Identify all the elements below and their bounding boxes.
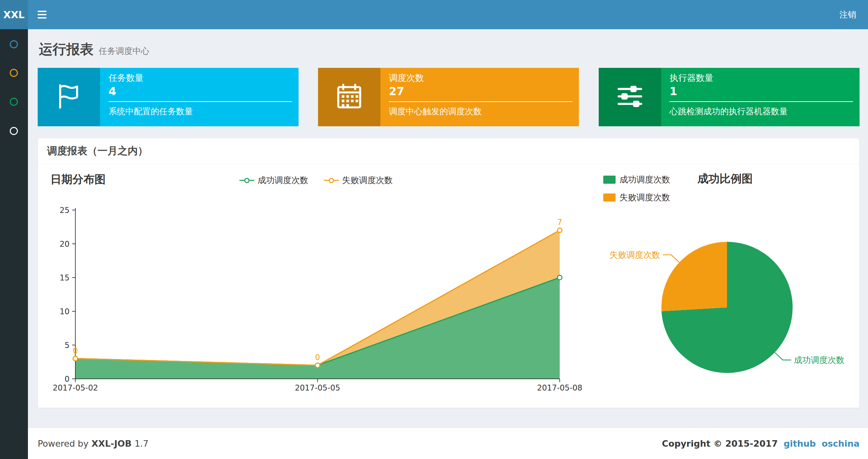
page-subtitle: 任务调度中心 xyxy=(99,45,149,57)
line-marker-icon xyxy=(240,177,254,184)
svg-text:5: 5 xyxy=(65,341,69,350)
calendar-icon xyxy=(334,81,364,112)
circle-icon xyxy=(10,40,18,48)
separator xyxy=(670,101,853,102)
github-link[interactable]: github xyxy=(783,438,816,449)
legend-item-fail[interactable]: 失败调度次数 xyxy=(324,175,393,186)
top-navbar: XXL 注销 xyxy=(0,0,868,29)
powered-by-text: Powered by xyxy=(38,438,89,449)
svg-text:0: 0 xyxy=(73,347,78,356)
hamburger-icon xyxy=(38,11,46,12)
svg-text:2017-05-05: 2017-05-05 xyxy=(295,383,340,392)
separator xyxy=(389,101,572,102)
report-panel: 调度报表（一月之内） 日期分布图 成功调度次数 失败调度次数 051015202… xyxy=(38,138,860,408)
footer: Powered by XXL-JOB 1.7 Copyright © 2015-… xyxy=(28,427,868,459)
circle-icon xyxy=(10,98,18,106)
legend-item-success[interactable]: 成功调度次数 xyxy=(240,175,308,186)
product-version: 1.7 xyxy=(134,438,149,449)
area-chart-title: 日期分布图 xyxy=(50,172,105,187)
app-logo[interactable]: XXL xyxy=(0,0,28,29)
info-box-value: 1 xyxy=(670,85,853,98)
product-name: XXL-JOB xyxy=(92,438,132,449)
logout-link[interactable]: 注销 xyxy=(828,0,868,29)
info-box-description: 调度中心触发的调度次数 xyxy=(389,106,572,117)
svg-text:0: 0 xyxy=(65,374,69,384)
svg-text:25: 25 xyxy=(59,206,69,215)
page-header: 运行报表 任务调度中心 xyxy=(39,40,149,59)
oschina-link[interactable]: oschina xyxy=(822,438,860,449)
info-box-description: 心跳检测成功的执行器机器数量 xyxy=(670,106,853,117)
success-ratio-pie-chart: 成功调度次数失败调度次数 xyxy=(601,182,861,383)
svg-text:7: 7 xyxy=(557,218,562,227)
sidebar-toggle-button[interactable] xyxy=(28,0,56,29)
svg-text:15: 15 xyxy=(59,273,69,283)
info-box-value: 4 xyxy=(108,85,292,98)
info-box-title: 任务数量 xyxy=(108,72,292,83)
svg-text:失败调度次数: 失败调度次数 xyxy=(610,250,660,260)
sliders-icon xyxy=(615,81,645,112)
date-distribution-chart: 05101520252017-05-022017-05-052017-05-08… xyxy=(38,195,590,406)
svg-text:20: 20 xyxy=(59,239,69,249)
info-box-description: 系统中配置的任务数量 xyxy=(108,106,292,117)
copyright-text: Copyright © 2015-2017 xyxy=(662,438,778,449)
info-box-trigger-count: 调度次数 27 调度中心触发的调度次数 xyxy=(318,68,579,126)
area-chart-legend: 成功调度次数 失败调度次数 xyxy=(240,175,393,186)
info-box-title: 调度次数 xyxy=(389,72,572,83)
sidebar xyxy=(0,29,28,459)
sidebar-item-3[interactable] xyxy=(10,98,18,106)
info-box-task-count: 任务数量 4 系统中配置的任务数量 xyxy=(38,68,299,126)
sidebar-item-1[interactable] xyxy=(10,40,18,49)
sidebar-item-2[interactable] xyxy=(10,69,18,77)
svg-text:10: 10 xyxy=(59,307,69,316)
info-box-title: 执行器数量 xyxy=(670,72,853,83)
line-marker-icon xyxy=(324,177,339,184)
circle-icon xyxy=(10,69,18,77)
circle-icon xyxy=(10,127,18,135)
svg-text:成功调度次数: 成功调度次数 xyxy=(794,355,845,365)
xxl-job-dashboard: XXL 注销 运行报表 任务调度中心 任务数量 4 xyxy=(0,0,868,459)
info-box-executor-count: 执行器数量 1 心跳检测成功的执行器机器数量 xyxy=(599,68,860,126)
svg-text:2017-05-08: 2017-05-08 xyxy=(537,383,582,392)
sidebar-item-4[interactable] xyxy=(10,127,18,135)
panel-title: 调度报表（一月之内） xyxy=(38,138,859,164)
separator xyxy=(108,101,292,102)
svg-text:0: 0 xyxy=(315,353,320,362)
info-box-value: 27 xyxy=(389,85,572,98)
flag-icon xyxy=(54,81,84,112)
svg-text:2017-05-02: 2017-05-02 xyxy=(53,383,98,392)
page-title: 运行报表 xyxy=(39,40,94,59)
